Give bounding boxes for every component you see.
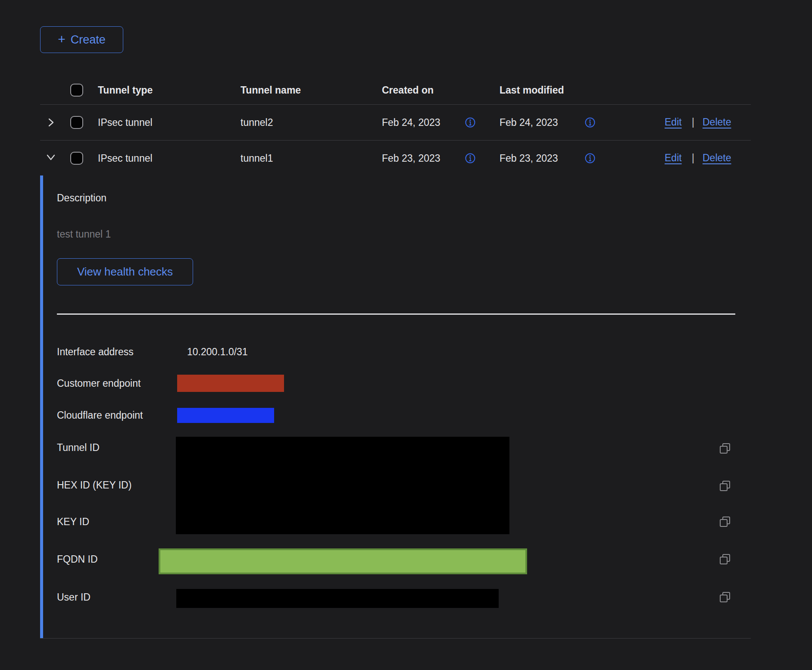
panel-bottom-divider [40,638,751,639]
copy-icon[interactable] [719,516,731,528]
user-id-redaction [176,589,499,608]
edit-link[interactable]: Edit [665,116,682,128]
action-separator: | [692,116,694,128]
create-button[interactable]: + Create [40,26,123,53]
row-checkbox[interactable] [70,116,83,129]
expanded-row-accent-bar [40,175,43,638]
info-icon[interactable] [465,117,476,128]
delete-link[interactable]: Delete [703,152,731,164]
tunnel-id-label: Tunnel ID [57,441,100,454]
action-separator: | [692,152,694,164]
ipsec-tunnels-page: + Create Tunnel type Tunnel name Created… [0,0,812,670]
interface-address-label: Interface address [57,346,134,358]
copy-icon[interactable] [719,442,731,454]
last-modified-cell: Feb 24, 2023 [500,116,558,128]
fqdn-id-label: FQDN ID [57,553,98,565]
user-id-label: User ID [57,591,91,603]
customer-endpoint-label: Customer endpoint [57,377,141,389]
header-divider [40,104,751,105]
info-icon[interactable] [584,117,596,128]
created-on-cell: Feb 23, 2023 [382,152,440,164]
cloudflare-endpoint-redaction [177,408,274,423]
select-all-checkbox[interactable] [70,84,83,97]
plus-icon: + [58,33,66,46]
cloudflare-endpoint-label: Cloudflare endpoint [57,409,143,421]
create-button-label: Create [71,33,106,47]
info-icon[interactable] [584,153,596,164]
view-health-checks-button[interactable]: View health checks [57,258,193,285]
fqdn-id-redaction [159,548,527,574]
key-id-label: KEY ID [57,516,89,528]
chevron-right-icon[interactable] [46,118,56,129]
last-modified-cell: Feb 23, 2023 [500,152,558,164]
chevron-down-icon[interactable] [46,153,56,164]
section-divider [57,313,735,315]
delete-link[interactable]: Delete [703,116,731,128]
hex-id-label: HEX ID (KEY ID) [57,479,131,491]
info-icon[interactable] [465,153,476,164]
created-on-cell: Feb 24, 2023 [382,116,440,128]
column-header-tunnel-name: Tunnel name [240,84,301,96]
tunnel-type-cell: IPsec tunnel [98,116,153,128]
column-header-tunnel-type: Tunnel type [98,84,153,96]
ids-redaction [176,437,509,534]
row-checkbox[interactable] [70,152,83,165]
edit-link[interactable]: Edit [665,152,682,164]
tunnel-name-cell: tunnel1 [240,152,273,164]
copy-icon[interactable] [719,480,731,492]
column-header-created-on: Created on [382,84,434,96]
tunnel-type-cell: IPsec tunnel [98,152,153,164]
row-divider [40,140,751,141]
copy-icon[interactable] [719,591,731,603]
description-label: Description [57,192,106,204]
interface-address-value: 10.200.1.0/31 [187,346,248,358]
customer-endpoint-redaction [177,375,284,392]
tunnel-name-cell: tunnel2 [240,116,273,128]
description-value: test tunnel 1 [57,228,111,240]
copy-icon[interactable] [719,553,731,565]
column-header-last-modified: Last modified [500,84,564,96]
